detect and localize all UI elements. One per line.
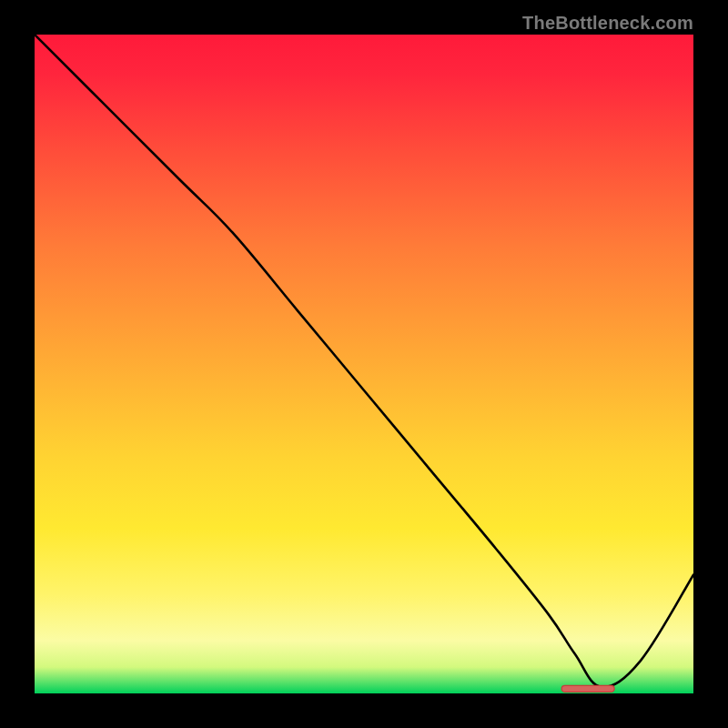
bottleneck-curve-line [35, 35, 693, 687]
watermark-text: TheBottleneck.com [522, 13, 693, 34]
chart-svg [35, 35, 693, 693]
optimal-range-marker [561, 685, 614, 692]
plot-area [35, 35, 693, 693]
chart-stage: TheBottleneck.com [0, 0, 728, 728]
